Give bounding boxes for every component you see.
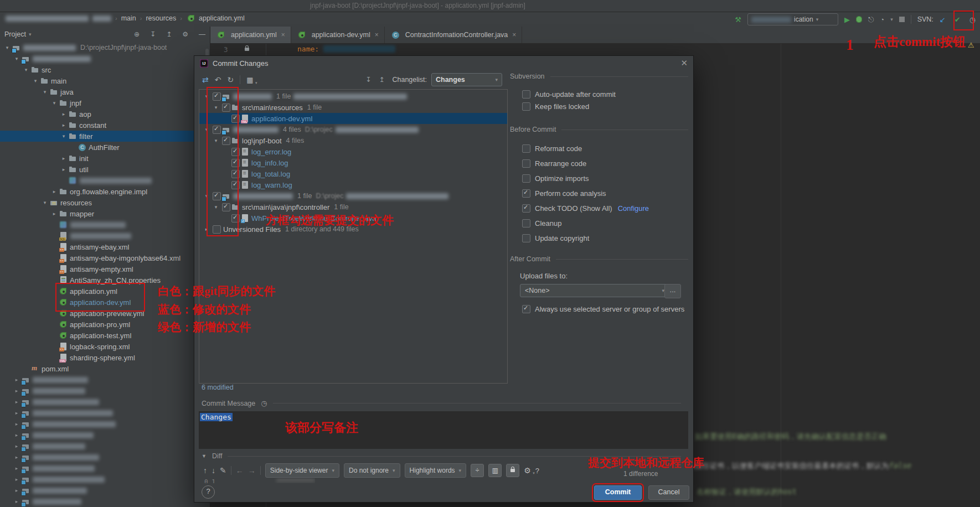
highlight-mode-select[interactable]: Highlight words ▾	[405, 463, 467, 478]
project-tree-row[interactable]: ▾ java	[0, 86, 210, 97]
commit-file-row[interactable]: ▾ 4 files D:\projec	[199, 124, 507, 135]
project-tree-row[interactable]: ▸	[0, 374, 210, 385]
modified-summary[interactable]: 6 modified	[202, 384, 234, 391]
commit-file-row[interactable]: log_warn.log	[199, 179, 507, 190]
option-row[interactable]: Keep files locked	[520, 100, 686, 112]
svn-update-button[interactable]: ↙	[940, 16, 946, 23]
commit-file-row[interactable]: ▾ 1 file D:\projec	[199, 190, 507, 201]
tree-chevron-icon[interactable]: ▾	[41, 200, 49, 205]
tree-chevron-icon[interactable]: ▾	[203, 94, 210, 99]
option-row[interactable]: Check TODO (Show All) Configure	[520, 201, 686, 216]
project-tree-row[interactable]: ▾ main	[0, 75, 210, 86]
group-by-icon[interactable]: ▦	[246, 76, 253, 84]
next-file-icon[interactable]: →	[248, 466, 256, 475]
previous-file-icon[interactable]: ←	[236, 466, 244, 475]
project-tree-row[interactable]	[0, 219, 210, 230]
profiler-icon[interactable]: ◔	[880, 16, 884, 23]
project-tree-row[interactable]: ▾ D:\projectJnpf\jnpf-java-boot	[0, 42, 210, 53]
project-tree-row[interactable]: ▸ org.flowable.engine.impl	[0, 186, 210, 197]
project-tree-row[interactable]: ▾ jnpf	[0, 97, 210, 108]
tree-chevron-icon[interactable]: ▾	[32, 78, 39, 84]
project-tree-row[interactable]: ▾	[0, 53, 210, 64]
option-checkbox[interactable]	[522, 305, 530, 313]
project-panel-title[interactable]: Project	[4, 30, 26, 38]
configure-link[interactable]: Configure	[618, 204, 649, 213]
file-checkbox[interactable]	[213, 126, 221, 134]
commit-file-row[interactable]: ▾ src\main\resources 1 file	[199, 102, 507, 113]
option-row[interactable]: Optimize imports	[520, 171, 686, 186]
message-history-icon[interactable]: ◷	[261, 399, 267, 407]
commit-file-row[interactable]: log_info.log	[199, 157, 507, 168]
file-checkbox[interactable]	[222, 137, 230, 145]
help-icon[interactable]: ?	[535, 467, 539, 475]
project-tree-row[interactable]: ▸	[0, 452, 210, 463]
editor-tab[interactable]: ContractInfomationController.java ×	[385, 27, 523, 43]
option-checkbox[interactable]	[522, 102, 530, 111]
commit-button[interactable]: Commit	[594, 485, 642, 500]
project-tree-row[interactable]: ▸ util	[0, 164, 210, 175]
file-checkbox[interactable]	[213, 92, 221, 101]
file-checkbox[interactable]	[222, 203, 230, 211]
rollback-icon[interactable]: ↶	[215, 76, 221, 84]
close-icon[interactable]: ×	[512, 31, 516, 39]
tree-chevron-icon[interactable]: ▸	[13, 454, 20, 460]
project-tree-row[interactable]: ▸	[0, 463, 210, 474]
project-tree-row[interactable]: ▸	[0, 407, 210, 418]
tree-chevron-icon[interactable]: ▸	[13, 388, 20, 394]
tree-chevron-icon[interactable]: ▾	[212, 138, 220, 143]
editor-tab[interactable]: application-dev.yml ×	[291, 27, 385, 43]
commit-file-row[interactable]: log_error.log	[199, 146, 507, 157]
breadcrumb-resources[interactable]: resources	[146, 14, 176, 22]
option-checkbox[interactable]	[522, 189, 530, 198]
project-tree-row[interactable]: ▾ filter	[0, 131, 210, 142]
next-difference-icon[interactable]: ↓	[212, 466, 215, 475]
file-checkbox[interactable]	[213, 192, 221, 200]
project-tree-row[interactable]: ▸ mapper	[0, 208, 210, 219]
file-checkbox[interactable]	[231, 148, 240, 156]
commit-message-input[interactable]: Changes	[199, 411, 688, 449]
project-tree-row[interactable]: ▸ aop	[0, 108, 210, 120]
tree-chevron-icon[interactable]: ▾	[203, 193, 210, 199]
option-checkbox[interactable]	[522, 144, 530, 153]
synchronize-scrolling-toggle[interactable]: ▥	[488, 464, 502, 477]
tree-chevron-icon[interactable]: ▸	[13, 488, 20, 493]
project-tree-row[interactable]: ▸	[0, 430, 210, 441]
upload-server-select[interactable]: <None> ▾	[520, 284, 669, 297]
project-tree-row[interactable]	[0, 175, 210, 186]
breadcrumb-file[interactable]: application.yml	[199, 14, 245, 22]
editor-code-line[interactable]: name:	[297, 45, 395, 53]
locate-file-icon[interactable]: ⊕	[134, 30, 140, 38]
option-checkbox[interactable]	[522, 219, 530, 227]
tree-chevron-icon[interactable]: ▾	[3, 45, 11, 50]
tree-chevron-icon[interactable]: ▸	[13, 432, 20, 438]
hide-panel-icon[interactable]: ―	[199, 30, 205, 38]
close-icon[interactable]: ✕	[680, 58, 688, 68]
tree-chevron-icon[interactable]: ▸	[60, 122, 68, 128]
refresh-icon[interactable]: ↻	[227, 76, 234, 84]
option-row[interactable]: Reformat code	[520, 141, 686, 156]
coverage-icon[interactable]: ⎋	[868, 16, 874, 23]
chevron-down-icon[interactable]: ▾	[29, 32, 32, 37]
collapse-unchanged-toggle[interactable]: ÷	[471, 464, 484, 477]
file-checkbox[interactable]	[231, 159, 240, 167]
browse-servers-button[interactable]: ...	[664, 284, 681, 298]
file-checkbox[interactable]	[222, 104, 230, 112]
project-tree-row[interactable]: ▾ src	[0, 64, 210, 75]
commit-file-row[interactable]: ▾ 1 file	[199, 91, 507, 102]
file-checkbox[interactable]	[213, 225, 221, 234]
collapse-all-icon[interactable]: ↥	[379, 76, 384, 84]
file-checkbox[interactable]	[231, 170, 240, 178]
project-tree-row[interactable]: antisamy-ebay.xml	[0, 241, 210, 252]
project-tree-row[interactable]: pom.xml	[0, 363, 210, 374]
changelist-select[interactable]: Changes ▾	[431, 73, 502, 86]
close-icon[interactable]: ×	[375, 31, 379, 39]
tree-chevron-icon[interactable]: ▸	[13, 499, 20, 504]
option-checkbox[interactable]	[522, 234, 530, 242]
diff-viewer-select[interactable]: Side-by-side viewer ▾	[265, 463, 339, 478]
tree-chevron-icon[interactable]: ▾	[50, 100, 58, 106]
debug-button[interactable]	[856, 16, 862, 23]
diff-settings-gear-icon[interactable]: ⚙	[524, 466, 531, 475]
option-checkbox[interactable]	[522, 159, 530, 168]
editor-tab[interactable]: application.yml ×	[210, 27, 291, 43]
edit-pencil-icon[interactable]: ✎	[220, 466, 226, 475]
